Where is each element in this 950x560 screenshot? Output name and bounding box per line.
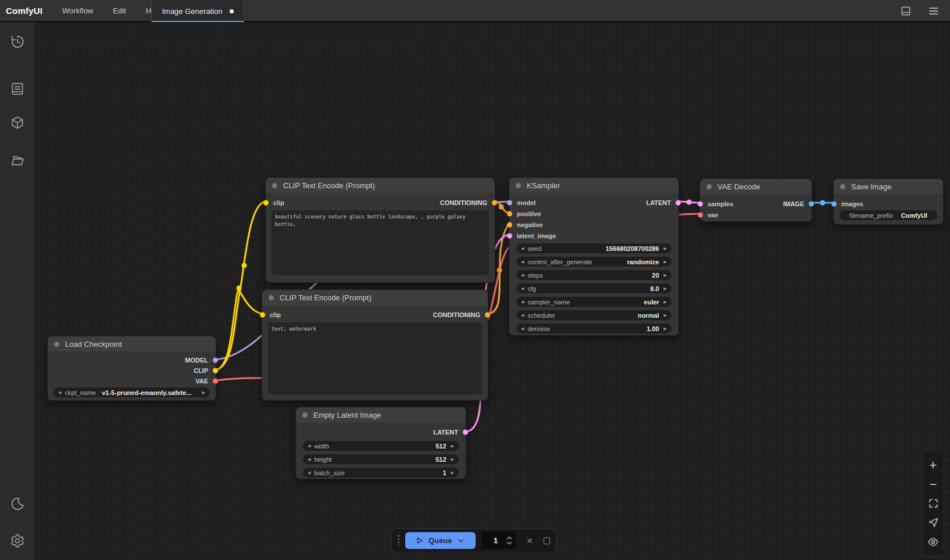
- denoise-widget[interactable]: ◀ denoise 1.00 ▶: [516, 324, 672, 333]
- batch-size-widget[interactable]: ◀ batch_size 1 ▶: [303, 468, 459, 478]
- steps-widget[interactable]: ◀ steps 20 ▶: [516, 270, 672, 280]
- port-row: positive: [509, 208, 678, 219]
- toggle-visibility-eye-icon[interactable]: [926, 535, 940, 549]
- input-port-images[interactable]: [831, 201, 837, 206]
- stop-icon[interactable]: [544, 537, 550, 544]
- prompt-textarea[interactable]: beautiful scenery nature glass bottle la…: [272, 210, 489, 275]
- decrement-icon[interactable]: [506, 541, 512, 545]
- node-header[interactable]: CLIP Text Encode (Prompt): [262, 290, 488, 305]
- decrement-arrow-icon[interactable]: ◀: [521, 326, 524, 331]
- node-vae-decode[interactable]: VAE Decode samples IMAGE vae: [699, 178, 812, 222]
- input-port-vae[interactable]: [698, 212, 703, 217]
- settings-gear-icon[interactable]: [10, 533, 25, 548]
- node-save-image[interactable]: Save Image images filename_prefix ComfyU…: [833, 178, 944, 225]
- menu-edit[interactable]: Edit: [113, 6, 126, 15]
- collapse-dot-icon[interactable]: [302, 412, 308, 418]
- collapse-dot-icon[interactable]: [706, 184, 712, 189]
- decrement-arrow-icon[interactable]: ◀: [521, 246, 524, 250]
- collapse-dot-icon[interactable]: [840, 184, 845, 189]
- width-widget[interactable]: ◀ width 512 ▶: [303, 441, 459, 451]
- model-library-icon[interactable]: [10, 115, 25, 130]
- node-clip-text-encode-positive[interactable]: CLIP Text Encode (Prompt) clip CONDITION…: [265, 177, 495, 283]
- increment-arrow-icon[interactable]: ▶: [664, 246, 667, 250]
- zoom-in-icon[interactable]: +: [926, 458, 940, 472]
- decrement-arrow-icon[interactable]: ◀: [521, 313, 524, 317]
- drag-handle-icon[interactable]: [398, 535, 399, 546]
- output-port-model[interactable]: [213, 358, 218, 363]
- decrement-arrow-icon[interactable]: ◀: [308, 457, 310, 461]
- decrement-arrow-icon[interactable]: ◀: [58, 390, 61, 394]
- scheduler-widget[interactable]: ◀ scheduler normal ▶: [516, 310, 672, 320]
- decrement-arrow-icon[interactable]: ◀: [521, 300, 524, 304]
- output-port-latent[interactable]: [676, 200, 681, 205]
- increment-arrow-icon[interactable]: ▶: [451, 471, 454, 475]
- node-header[interactable]: VAE Decode: [700, 179, 812, 194]
- node-header[interactable]: CLIP Text Encode (Prompt): [266, 178, 495, 193]
- increment-arrow-icon[interactable]: ▶: [664, 313, 667, 317]
- select-mode-arrow-icon[interactable]: [926, 516, 940, 530]
- node-library-icon[interactable]: [10, 81, 25, 96]
- output-port-conditioning[interactable]: [485, 312, 490, 317]
- input-port-positive[interactable]: [507, 211, 512, 216]
- node-header[interactable]: KSampler: [509, 178, 678, 193]
- control-after-generate-widget[interactable]: ◀ control_after_generate randomize ▶: [516, 257, 672, 267]
- collapse-dot-icon[interactable]: [269, 295, 274, 300]
- decrement-arrow-icon[interactable]: ◀: [308, 471, 310, 475]
- collapse-dot-icon[interactable]: [54, 342, 59, 347]
- increment-arrow-icon[interactable]: ▶: [664, 300, 667, 304]
- increment-arrow-icon[interactable]: ▶: [664, 273, 667, 277]
- fit-view-icon[interactable]: [926, 497, 940, 511]
- increment-arrow-icon[interactable]: ▶: [664, 286, 667, 290]
- increment-arrow-icon[interactable]: ▶: [664, 260, 667, 264]
- input-port-clip[interactable]: [260, 312, 265, 317]
- batch-count-input[interactable]: 1: [481, 532, 516, 549]
- graph-canvas[interactable]: [35, 22, 950, 560]
- collapse-dot-icon[interactable]: [272, 183, 277, 188]
- queue-button[interactable]: Queue: [405, 532, 476, 549]
- node-empty-latent-image[interactable]: Empty Latent Image LATENT ◀ width 512 ▶ …: [295, 407, 466, 479]
- menu-workflow[interactable]: Workflow: [62, 6, 93, 15]
- output-port-vae[interactable]: [213, 379, 218, 384]
- ckpt-name-widget[interactable]: ◀ ckpt_name v1-5-pruned-emaonly.safete..…: [53, 387, 210, 397]
- output-port-image[interactable]: [809, 201, 814, 206]
- node-clip-text-encode-negative[interactable]: CLIP Text Encode (Prompt) clip CONDITION…: [262, 289, 488, 401]
- decrement-arrow-icon[interactable]: ◀: [521, 260, 524, 264]
- theme-toggle-moon-icon[interactable]: [10, 496, 25, 511]
- increment-arrow-icon[interactable]: ▶: [664, 326, 667, 331]
- seed-widget[interactable]: ◀ seed 156680208700286 ▶: [516, 243, 672, 253]
- node-header[interactable]: Save Image: [834, 179, 943, 194]
- bottom-panel-icon[interactable]: [899, 4, 913, 18]
- increment-icon[interactable]: [506, 536, 512, 540]
- height-widget[interactable]: ◀ height 512 ▶: [303, 454, 459, 464]
- input-port-samples[interactable]: [698, 201, 703, 206]
- node-ksampler[interactable]: KSampler model LATENT positive negative …: [509, 177, 679, 336]
- decrement-arrow-icon[interactable]: ◀: [521, 286, 524, 290]
- zoom-out-icon[interactable]: −: [926, 478, 940, 491]
- output-port-conditioning[interactable]: [492, 200, 497, 205]
- batch-count-value[interactable]: 1: [485, 536, 506, 545]
- collapse-dot-icon[interactable]: [516, 183, 521, 188]
- filename-prefix-widget[interactable]: filename_prefix ComfyUI: [840, 210, 937, 220]
- cfg-widget[interactable]: ◀ cfg 8.0 ▶: [516, 283, 672, 293]
- menu-icon[interactable]: [927, 4, 941, 18]
- input-port-clip[interactable]: [263, 200, 269, 205]
- decrement-arrow-icon[interactable]: ◀: [521, 273, 524, 277]
- increment-arrow-icon[interactable]: ▶: [451, 457, 454, 461]
- node-header[interactable]: Empty Latent Image: [296, 407, 466, 422]
- increment-arrow-icon[interactable]: ▶: [202, 390, 205, 394]
- node-load-checkpoint[interactable]: Load Checkpoint MODEL CLIP VAE ◀ ckpt_na…: [47, 336, 216, 401]
- input-port-latent-image[interactable]: [507, 233, 512, 238]
- output-port-clip[interactable]: [213, 368, 218, 374]
- input-port-negative[interactable]: [507, 222, 512, 227]
- increment-arrow-icon[interactable]: ▶: [451, 444, 454, 448]
- workflows-folder-icon[interactable]: [10, 153, 25, 168]
- sampler-name-widget[interactable]: ◀ sampler_name euler ▶: [516, 297, 672, 307]
- clear-queue-icon[interactable]: ×: [526, 535, 533, 546]
- workflow-tab[interactable]: Image Generation: [151, 0, 244, 22]
- output-port-latent[interactable]: [463, 429, 468, 435]
- decrement-arrow-icon[interactable]: ◀: [308, 444, 310, 448]
- input-port-model[interactable]: [507, 200, 512, 205]
- prompt-textarea[interactable]: text, watermark: [268, 322, 482, 394]
- history-icon[interactable]: [10, 34, 25, 49]
- node-header[interactable]: Load Checkpoint: [48, 336, 216, 351]
